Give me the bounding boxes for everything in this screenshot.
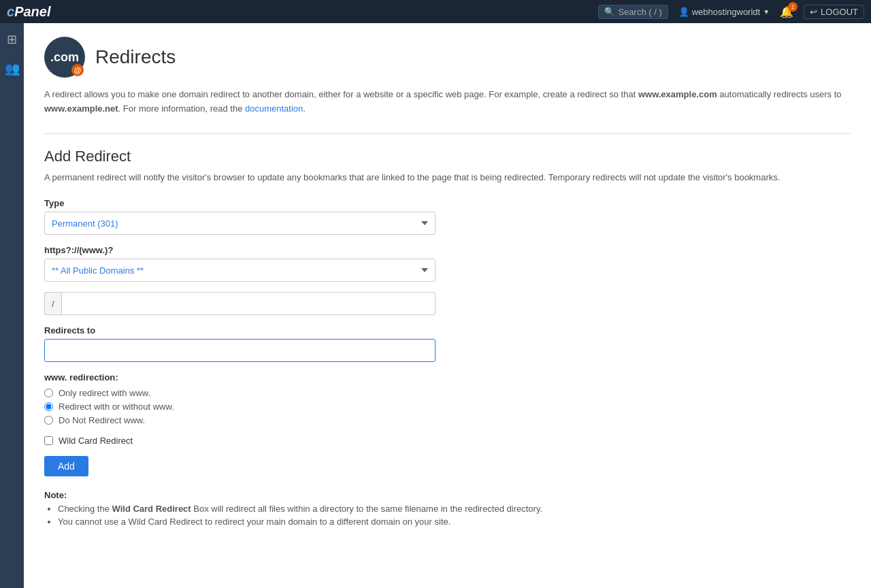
note-wildcard-bold: Wild Card Redirect (112, 504, 191, 514)
radio-no-redirect-www: Do Not Redirect www. (44, 415, 851, 425)
radio-with-or-without-www-input[interactable] (44, 402, 53, 411)
brand-logo: cPanel (7, 4, 50, 20)
redirects-to-input[interactable] (44, 339, 436, 362)
redirects-to-label: Redirects to (44, 325, 851, 336)
page-icon: .com @ (44, 37, 85, 78)
radio-with-or-without-www: Redirect with or without www. (44, 402, 851, 412)
radio-with-or-without-www-label[interactable]: Redirect with or without www. (59, 402, 174, 412)
note-label: Note: (44, 490, 851, 500)
path-input[interactable] (61, 292, 436, 315)
add-button[interactable]: Add (44, 456, 88, 476)
domain-select[interactable]: ** All Public Domains ** (44, 259, 436, 282)
www-redirection-group: www. redirection: Only redirect with www… (44, 372, 851, 425)
logout-label: LOGOUT (821, 7, 858, 17)
sidebar-grid-icon[interactable]: ⊞ (3, 30, 22, 49)
type-group: Type Permanent (301) Temporary (302) (44, 198, 851, 235)
documentation-link[interactable]: documentation (245, 103, 303, 114)
example-domain-1: www.example.com (638, 89, 717, 99)
radio-only-www-label[interactable]: Only redirect with www. (59, 388, 150, 398)
page-icon-text: .com (50, 50, 79, 65)
wildcard-label[interactable]: Wild Card Redirect (59, 436, 133, 446)
www-label: www. redirection: (44, 372, 851, 382)
note-list: Checking the Wild Card Redirect Box will… (58, 504, 851, 527)
main-content: .com @ Redirects A redirect allows you t… (24, 23, 871, 588)
user-menu[interactable]: 👤 webhostingworldt ▼ (678, 7, 770, 17)
user-icon: 👤 (678, 7, 689, 17)
notification-badge: 1 (788, 2, 798, 12)
username: webhostingworldt (692, 7, 760, 17)
https-group: https?://(www.)? ** All Public Domains *… (44, 245, 851, 282)
page-description: A redirect allows you to make one domain… (44, 88, 851, 116)
note-item-1: Checking the Wild Card Redirect Box will… (58, 504, 851, 514)
wildcard-group: Wild Card Redirect (44, 436, 851, 446)
radio-no-redirect-www-input[interactable] (44, 416, 53, 425)
page-title: Redirects (95, 46, 176, 68)
radio-no-redirect-www-label[interactable]: Do Not Redirect www. (59, 415, 145, 425)
note-section: Note: Checking the Wild Card Redirect Bo… (44, 490, 851, 527)
divider (44, 133, 851, 134)
sidebar-users-icon[interactable]: 👥 (3, 59, 22, 78)
section-title: Add Redirect (44, 148, 851, 165)
notification-bell[interactable]: 🔔 1 (780, 5, 793, 18)
section-description: A permanent redirect will notify the vis… (44, 171, 851, 185)
redirects-to-group: Redirects to (44, 325, 851, 362)
example-domain-2: www.example.net (44, 103, 118, 114)
sidebar: ⊞ 👥 (0, 23, 24, 588)
search-icon: 🔍 (604, 7, 614, 16)
logout-button[interactable]: ↩ LOGOUT (804, 5, 864, 19)
radio-only-www-input[interactable] (44, 389, 53, 397)
wildcard-checkbox[interactable] (44, 436, 53, 445)
radio-only-www: Only redirect with www. (44, 388, 851, 398)
caret-icon: ▼ (763, 8, 770, 16)
note-item-2: You cannot use a Wild Card Redirect to r… (58, 517, 851, 527)
navbar: cPanel 🔍 Search ( / ) 👤 webhostingworldt… (0, 0, 871, 23)
page-icon-badge: @ (71, 64, 84, 76)
search-placeholder: Search ( / ) (618, 7, 661, 17)
path-prefix: / (44, 292, 61, 315)
type-select[interactable]: Permanent (301) Temporary (302) (44, 212, 436, 235)
page-header: .com @ Redirects (44, 37, 851, 78)
search-box[interactable]: 🔍 Search ( / ) (598, 5, 668, 19)
https-label: https?://(www.)? (44, 245, 851, 255)
type-label: Type (44, 198, 851, 208)
path-row: / (44, 292, 436, 315)
logout-icon: ↩ (810, 7, 817, 17)
